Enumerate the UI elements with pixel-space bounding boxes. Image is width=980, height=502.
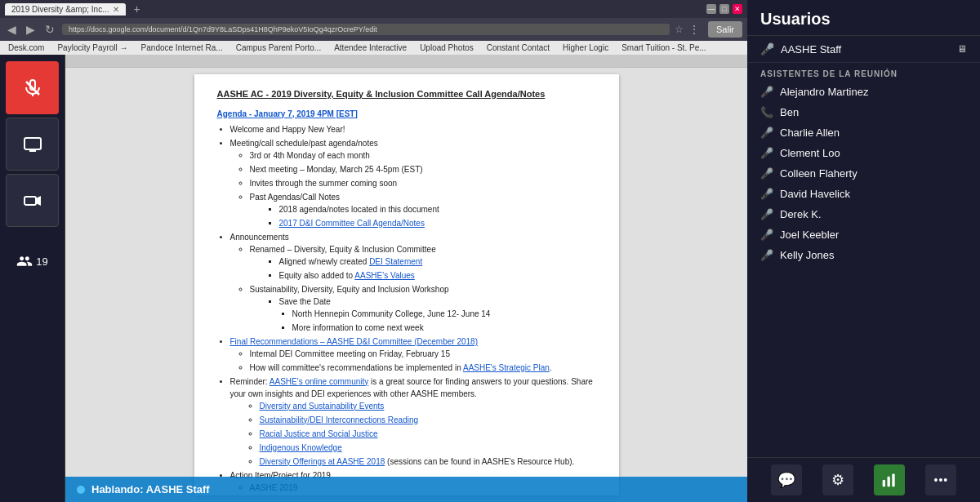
doc-main-list: Welcome and Happy New Year! Meeting/call… <box>217 123 596 496</box>
doc-link-community[interactable]: AASHE's online community <box>270 377 368 386</box>
users-header: Usuarios <box>747 0 980 36</box>
participants-icon <box>16 253 33 269</box>
address-bar[interactable]: https://docs.google.com/document/d/1Qn7d… <box>62 24 670 35</box>
participant-item: 🎤 Charlie Allen <box>751 122 977 143</box>
mic-icon: 🎤 <box>760 188 773 200</box>
staff-name: AASHE Staff <box>781 43 841 56</box>
list-item: 2017 D&I Committee Call Agenda/Notes <box>279 217 596 229</box>
list-item: North Hennepin Community College, June 1… <box>292 308 596 320</box>
stats-button[interactable] <box>874 464 905 495</box>
settings-button[interactable]: ⚙ <box>822 464 853 495</box>
bookmark-higher[interactable]: Higher Logic <box>559 42 612 53</box>
doc-link-final[interactable]: Final Recommendations – AASHE D&I Commit… <box>230 337 478 346</box>
section-label: ASISTENTES DE LA REUNIÓN <box>747 63 980 82</box>
main-content: 2019 Diversity &amp; Inc... ✕ + — □ ✕ ◀ … <box>0 0 747 502</box>
doc-sub2-renamed: Aligned w/newly created DEI Statement Eq… <box>250 255 596 282</box>
doc-subtitle[interactable]: Agenda - January 7, 2019 4PM [EST] <box>217 108 596 120</box>
chat-button[interactable]: 💬 <box>771 464 802 495</box>
browser-menu-icon[interactable]: ⋮ <box>688 23 700 36</box>
stats-icon <box>881 472 898 488</box>
participant-count: 19 <box>36 255 47 268</box>
doc-sub-reminder: Diversity and Sustainability Events Sust… <box>230 400 596 468</box>
list-item: Past Agendas/Call Notes 2018 agenda/note… <box>250 191 596 229</box>
document-area: AASHE AC - 2019 Diversity, Equity & Incl… <box>65 55 747 502</box>
maximize-button[interactable]: □ <box>719 4 729 14</box>
doc-link-diversity-events[interactable]: Diversity and Sustainability Events <box>260 402 385 411</box>
participant-name: Colleen Flaherty <box>780 167 858 180</box>
microphone-icon <box>23 78 42 98</box>
participant-item: 🎤 Alejandro Martinez <box>751 82 977 102</box>
doc-link-diversity-offerings[interactable]: Diversity Offerings at AASHE 2018 <box>260 457 385 466</box>
more-button[interactable]: ••• <box>925 464 956 495</box>
close-button[interactable]: ✕ <box>733 4 742 14</box>
svg-rect-1 <box>24 138 41 149</box>
doc-link-racial[interactable]: Racial Justice and Social Justice <box>260 429 378 438</box>
doc-sub2-workshop: Save the Date North Hennepin Community C… <box>250 295 596 334</box>
salir-button[interactable]: Salir <box>708 21 742 38</box>
new-tab-button[interactable]: + <box>131 2 144 16</box>
doc-link-strategic[interactable]: AASHE's Strategic Plan <box>463 363 550 372</box>
speaking-indicator <box>77 486 85 494</box>
list-item: More information to come next week <box>292 322 596 334</box>
bookmark-pandoc[interactable]: Pandoce Internet Ra... <box>138 42 226 53</box>
participant-item: 🎤 David Havelick <box>751 184 977 204</box>
list-item: Reminder: AASHE's online community is a … <box>230 375 596 468</box>
back-button[interactable]: ◀ <box>5 23 19 36</box>
minimize-button[interactable]: — <box>706 4 716 14</box>
list-item: Save the Date North Hennepin Community C… <box>279 295 596 334</box>
list-item: Final Recommendations – AASHE D&I Commit… <box>230 335 596 374</box>
bookmark-star-icon[interactable]: ☆ <box>675 24 684 35</box>
bookmark-campus[interactable]: Campus Parent Porto... <box>233 42 325 53</box>
list-item: Announcements Renamed – Diversity, Equit… <box>230 231 596 334</box>
svg-rect-5 <box>892 474 894 487</box>
bookmark-attendee[interactable]: Attendee Interactive <box>331 42 410 53</box>
url-text: https://docs.google.com/document/d/1Qn7d… <box>69 25 377 33</box>
list-item: Equity also added to AASHE's Values <box>279 269 596 282</box>
bookmark-constant[interactable]: Constant Contact <box>483 42 553 53</box>
window-controls: — □ ✕ <box>706 4 742 14</box>
participant-name: Charlie Allen <box>780 127 840 139</box>
forward-button[interactable]: ▶ <box>24 23 38 36</box>
bookmark-paylocity[interactable]: Paylocity Payroll → <box>54 42 131 53</box>
participant-item: 🎤 Derek K. <box>751 204 977 224</box>
doc-sub-final: Internal DEI Committee meeting on Friday… <box>230 348 596 374</box>
bookmark-smart[interactable]: Smart Tuition - St. Pe... <box>618 42 709 53</box>
speaking-text: Hablando: AASHE Staff <box>91 483 210 495</box>
participant-name: Ben <box>780 106 799 118</box>
staff-row: 🎤 AASHE Staff 🖥 <box>747 36 980 63</box>
list-item: How will committee's recommendations be … <box>250 362 596 374</box>
video-strip: 19 <box>0 55 65 502</box>
browser-tab[interactable]: 2019 Diversity &amp; Inc... ✕ <box>5 3 126 16</box>
svg-rect-2 <box>24 197 36 205</box>
participant-item: 🎤 Colleen Flaherty <box>751 163 977 184</box>
doc-link-dei[interactable]: DEI Statement <box>369 257 422 266</box>
list-item: Welcome and Happy New Year! <box>230 123 596 135</box>
tab-title: 2019 Diversity &amp; Inc... <box>11 5 109 14</box>
doc-link-indigenous[interactable]: Indigenous Knowledge <box>260 443 342 452</box>
mute-button[interactable] <box>6 61 59 114</box>
doc-sub3-savedate: North Hennepin Community College, June 1… <box>279 308 596 334</box>
mic-icon: 🎤 <box>760 249 773 261</box>
bookmark-desk[interactable]: Desk.com <box>5 42 47 53</box>
doc-link-2017[interactable]: 2017 D&I Committee Call Agenda/Notes <box>279 219 425 228</box>
video-button[interactable] <box>6 174 59 227</box>
doc-link-values[interactable]: AASHE's Values <box>354 271 414 280</box>
doc-sub-list-ann: Renamed – Diversity, Equity & Inclusion … <box>230 243 596 334</box>
mic-icon: 🎤 <box>760 208 773 220</box>
doc-page: AASHE AC - 2019 Diversity, Equity & Incl… <box>194 74 619 495</box>
right-panel: Usuarios 🎤 AASHE Staff 🖥 ASISTENTES DE L… <box>747 0 980 502</box>
mic-icon: 🎤 <box>760 86 773 98</box>
bookmark-upload[interactable]: Upload Photos <box>416 42 477 53</box>
doc-content-wrapper: AASHE AC - 2019 Diversity, Equity & Incl… <box>65 68 747 502</box>
tab-bar: 2019 Diversity &amp; Inc... ✕ + — □ ✕ <box>0 0 747 18</box>
participants-display: 19 <box>16 253 47 269</box>
participant-name: Alejandro Martinez <box>780 86 868 98</box>
refresh-button[interactable]: ↻ <box>42 23 57 36</box>
screen-share-icon <box>23 135 42 154</box>
monitor-icon: 🖥 <box>957 43 967 55</box>
participant-name: Clement Loo <box>780 147 840 159</box>
tab-close-icon[interactable]: ✕ <box>113 5 119 14</box>
doc-link-sustainability-dei[interactable]: Sustainability/DEI Interconnections Read… <box>260 415 419 424</box>
screen-share-button[interactable] <box>6 118 59 171</box>
mic-icon: 🎤 <box>760 229 773 241</box>
